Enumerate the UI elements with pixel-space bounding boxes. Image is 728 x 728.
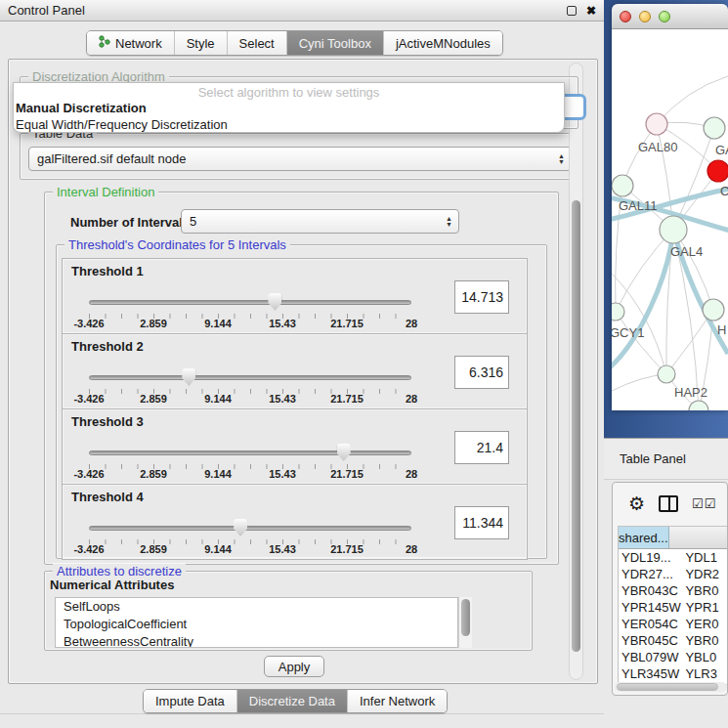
algorithm-option-equal-width[interactable]: Equal Width/Frequency Discretization [14, 116, 564, 133]
combo-arrows-icon: ▲▼ [446, 216, 452, 228]
cell-name[interactable]: YDL1 [680, 550, 728, 565]
slider-knob[interactable] [337, 444, 351, 461]
tab-impute-data[interactable]: Impute Data [144, 690, 237, 712]
tab-jactivemnodules[interactable]: jActiveMNodules [384, 31, 502, 55]
cell-name[interactable]: YBR0 [680, 633, 728, 648]
threshold-3-value-field[interactable]: 21.4 [454, 431, 509, 464]
node-label: GAL80 [638, 140, 677, 154]
slider-knob[interactable] [268, 293, 281, 311]
number-of-intervals-select[interactable]: 5 ▲▼ [181, 209, 459, 234]
tab-select[interactable]: Select [228, 31, 287, 55]
application: Control Panel ✖ Network Style Select [0, 0, 728, 728]
algorithm-dropdown-popup: Select algorithm to view settings Manual… [13, 82, 565, 133]
cell-shared-name[interactable]: YBL079W [619, 650, 680, 664]
table-toolbar: ⚙ ☑☑ [613, 483, 728, 524]
cell-shared-name[interactable]: YDL19... [619, 550, 680, 565]
column-header-name[interactable]: na [669, 527, 728, 548]
tab-impute-data-label: Impute Data [155, 694, 225, 708]
cell-name[interactable]: YBR0 [680, 583, 728, 598]
apply-button[interactable]: Apply [264, 656, 324, 677]
cell-shared-name[interactable]: YBR045C [619, 633, 680, 648]
cell-name[interactable]: YDR2 [680, 567, 728, 581]
cell-name[interactable]: YLR3 [680, 666, 728, 681]
threshold-4-label: Threshold 4 [71, 490, 144, 504]
table-panel-header: Table Panel [604, 438, 728, 480]
network-window-titlebar[interactable] [612, 4, 728, 29]
table-row[interactable]: YPR145W YPR1 [619, 599, 728, 616]
threshold-1-slider[interactable] [89, 296, 411, 316]
table-row[interactable]: YBL079W YBL0 [619, 649, 728, 665]
list-item[interactable]: TopologicalCoefficient [56, 616, 457, 633]
cell-shared-name[interactable]: YER054C [619, 617, 680, 631]
table-row[interactable]: YBR045C YBR0 [619, 632, 728, 649]
numerical-attributes-list[interactable]: SelfLoops TopologicalCoefficient Between… [55, 597, 458, 648]
slider-track[interactable] [89, 526, 411, 531]
algorithm-option-manual[interactable]: Manual Discretization [14, 100, 564, 116]
cell-shared-name[interactable]: YBR043C [619, 583, 680, 598]
numerical-attributes-label: Numerical Attributes [50, 578, 174, 592]
panel-title: Control Panel [8, 3, 85, 18]
node-table[interactable]: shared... na YDL19... YDL1 YDR27... YDR2… [618, 526, 728, 685]
table-horizontal-scrollbar[interactable] [615, 682, 727, 692]
threshold-4-value-field[interactable]: 11.344 [454, 506, 509, 539]
slider-track[interactable] [89, 450, 411, 455]
tab-network[interactable]: Network [87, 31, 175, 55]
tab-cyni-toolbox[interactable]: Cyni Toolbox [287, 31, 384, 55]
network-canvas[interactable]: GAL80 GA C GAL11 GAL4 GCY1 H HAP2 [612, 29, 728, 410]
slider-tick-labels: -3.426 2.859 9.144 15.43 21.715 28 [89, 318, 411, 331]
control-panel-tabs: Network Style Select Cyni Toolbox jActiv… [86, 30, 503, 56]
node-gal4 [660, 216, 687, 243]
network-icon [99, 35, 110, 51]
cell-name[interactable]: YER0 [680, 617, 728, 631]
threshold-4-slider[interactable] [89, 522, 411, 541]
float-window-icon[interactable] [567, 6, 577, 16]
close-icon[interactable]: ✖ [586, 6, 596, 16]
slider-knob[interactable] [234, 519, 247, 536]
attributes-list-scrollbar[interactable] [458, 597, 472, 648]
table-panel-title: Table Panel [620, 451, 686, 466]
table-row[interactable]: YDR27... YDR2 [619, 566, 728, 582]
table-row[interactable]: YER054C YER0 [619, 616, 728, 632]
threshold-3-panel: Threshold 3 -3.426 2.859 9.144 15.43 21.… [62, 408, 528, 485]
threshold-2-value-field[interactable]: 6.316 [454, 356, 509, 389]
threshold-1-value-field[interactable]: 14.713 [454, 280, 509, 314]
cell-name[interactable]: YPR1 [681, 600, 728, 615]
algorithm-popup-hint: Select algorithm to view settings [14, 83, 564, 100]
column-header-shared-name[interactable]: shared... [619, 527, 669, 548]
cell-shared-name[interactable]: YLR345W [619, 666, 680, 681]
node-label: C [720, 184, 728, 198]
number-of-intervals-value: 5 [190, 214, 196, 229]
slider-track[interactable] [89, 375, 411, 380]
slider-tick-labels: -3.426 2.859 9.144 15.43 21.715 28 [89, 543, 411, 557]
list-item[interactable]: BetweennessCentrality [56, 633, 457, 648]
window-minimize-icon[interactable] [639, 11, 651, 22]
node-label: H [717, 322, 726, 337]
checkbox-icons[interactable]: ☑☑ [692, 496, 716, 511]
table-data-select[interactable]: galFiltered.sif default node ▲▼ [28, 147, 572, 171]
slider-track[interactable] [89, 300, 411, 305]
table-horizontal-scrollbar-thumb[interactable] [617, 683, 718, 691]
tab-network-label: Network [115, 36, 162, 51]
tab-style[interactable]: Style [175, 31, 228, 55]
table-row[interactable]: YLR345W YLR3 [619, 665, 728, 682]
panel-scrollbar-thumb[interactable] [572, 200, 580, 652]
threshold-2-slider[interactable] [89, 371, 411, 391]
node-label: GAL11 [619, 198, 658, 213]
gear-icon[interactable]: ⚙ [628, 494, 645, 513]
window-close-icon[interactable] [620, 11, 631, 22]
panel-scrollbar[interactable] [569, 63, 583, 680]
threshold-3-slider[interactable] [89, 447, 411, 466]
divider [0, 713, 604, 714]
table-row[interactable]: YDL19... YDL1 [619, 549, 728, 566]
table-row[interactable]: YBR043C YBR0 [619, 582, 728, 599]
tab-discretize-data[interactable]: Discretize Data [237, 690, 348, 712]
cell-shared-name[interactable]: YPR145W [619, 600, 681, 615]
slider-knob[interactable] [182, 368, 195, 386]
node-cut-right [703, 299, 724, 321]
cell-name[interactable]: YBL0 [680, 650, 728, 664]
window-zoom-icon[interactable] [659, 11, 670, 22]
tab-infer-network[interactable]: Infer Network [348, 690, 447, 712]
list-item[interactable]: SelfLoops [56, 598, 457, 616]
cell-shared-name[interactable]: YDR27... [619, 567, 680, 581]
column-layout-icon[interactable] [659, 495, 678, 512]
